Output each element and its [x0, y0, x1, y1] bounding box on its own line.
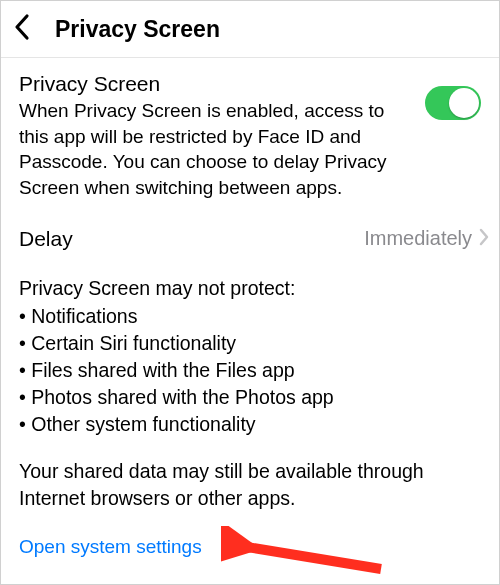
page-title: Privacy Screen [55, 16, 220, 43]
open-system-settings-link[interactable]: Open system settings [19, 536, 202, 557]
list-item: Certain Siri functionality [19, 330, 481, 357]
header-bar: Privacy Screen [1, 1, 499, 58]
privacy-screen-toggle[interactable] [425, 86, 481, 120]
privacy-screen-section: Privacy Screen When Privacy Screen is en… [1, 58, 499, 209]
protection-intro: Privacy Screen may not protect: [19, 275, 481, 302]
delay-row[interactable]: Delay Immediately [1, 209, 499, 269]
link-row: Open system settings [1, 516, 499, 568]
privacy-screen-description: When Privacy Screen is enabled, access t… [19, 98, 415, 201]
list-item: Files shared with the Files app [19, 357, 481, 384]
chevron-right-icon [479, 228, 489, 250]
protection-list: Notifications Certain Siri functionality… [19, 303, 481, 438]
delay-value: Immediately [364, 227, 472, 250]
list-item: Notifications [19, 303, 481, 330]
list-item: Photos shared with the Photos app [19, 384, 481, 411]
list-item: Other system functionality [19, 411, 481, 438]
back-icon[interactable] [13, 13, 31, 45]
protection-note: Privacy Screen may not protect: Notifica… [1, 269, 499, 446]
shared-data-note: Your shared data may still be available … [1, 446, 499, 516]
privacy-screen-title: Privacy Screen [19, 72, 415, 96]
delay-label: Delay [19, 227, 73, 251]
toggle-knob [449, 88, 479, 118]
